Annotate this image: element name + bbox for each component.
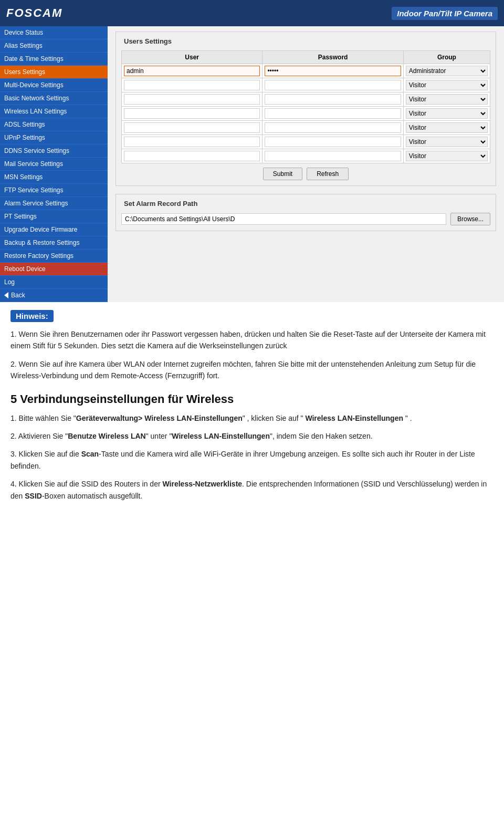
sidebar-item-datetime-settings[interactable]: Date & Time Settings xyxy=(0,53,108,66)
col-group: Group xyxy=(403,51,490,64)
sidebar-item-backup[interactable]: Backup & Restore Settings xyxy=(0,236,108,250)
group-select-5[interactable]: AdministratorVisitorOperator xyxy=(406,137,488,147)
table-row: AdministratorVisitorOperator xyxy=(122,121,490,135)
group-select-3[interactable]: AdministratorVisitorOperator xyxy=(406,108,488,119)
password-input-3[interactable] xyxy=(265,108,401,119)
alarm-path-input[interactable] xyxy=(121,213,446,225)
table-row: AdministratorVisitorOperator xyxy=(122,135,490,149)
sidebar-item-device-status[interactable]: Device Status xyxy=(0,26,108,39)
wireless-step-2: 2. Aktivieren Sie "Benutze Wireless LAN"… xyxy=(10,430,494,442)
sidebar-item-basic-network[interactable]: Basic Network Settings xyxy=(0,92,108,105)
sidebar-item-users-settings[interactable]: Users Settings xyxy=(0,66,108,79)
user-input-0[interactable] xyxy=(124,66,260,76)
table-row: AdministratorVisitorOperator xyxy=(122,64,490,78)
user-input-3[interactable] xyxy=(124,108,260,119)
table-row: AdministratorVisitorOperator xyxy=(122,92,490,107)
sidebar-item-alarm[interactable]: Alarm Service Settings xyxy=(0,197,108,210)
back-label: Back xyxy=(11,292,25,299)
hint-label: Hinweis: xyxy=(10,310,54,322)
users-settings-title: Users Settings xyxy=(121,37,490,45)
col-password: Password xyxy=(262,51,403,64)
back-arrow-icon xyxy=(4,292,8,298)
col-user: User xyxy=(122,51,262,64)
main-layout: Device Status Alias Settings Date & Time… xyxy=(0,26,504,302)
submit-button[interactable]: Submit xyxy=(263,168,302,180)
refresh-button[interactable]: Refresh xyxy=(307,168,349,180)
logo: FOSCAM xyxy=(6,6,62,20)
table-row: AdministratorVisitorOperator xyxy=(122,107,490,121)
form-buttons: Submit Refresh xyxy=(121,168,490,180)
sidebar-item-upnp[interactable]: UPnP Settings xyxy=(0,131,108,144)
group-select-4[interactable]: AdministratorVisitorOperator xyxy=(406,122,488,133)
sidebar-item-alias-settings[interactable]: Alias Settings xyxy=(0,39,108,53)
alarm-path-row: Browse... xyxy=(121,213,490,225)
group-select-0[interactable]: AdministratorVisitorOperator xyxy=(406,66,488,76)
user-input-5[interactable] xyxy=(124,137,260,147)
wireless-step-3: 3. Klicken Sie auf die Scan-Taste und di… xyxy=(10,448,494,472)
sidebar-item-restore-factory[interactable]: Restore Factory Settings xyxy=(0,250,108,263)
wireless-step-1: 1. Bitte wählen Sie "Geräteverwaltung> W… xyxy=(10,412,494,424)
sidebar-item-upgrade[interactable]: Upgrade Device Firmware xyxy=(0,223,108,236)
content-area: Users Settings User Password Group Admin… xyxy=(108,26,504,302)
table-row: AdministratorVisitorOperator xyxy=(122,149,490,163)
sidebar-item-log[interactable]: Log xyxy=(0,276,108,289)
users-table: User Password Group AdministratorVisitor… xyxy=(121,50,490,163)
wireless-step-4: 4. Klicken Sie auf die SSID des Routers … xyxy=(10,478,494,502)
sidebar-item-multi-device[interactable]: Multi-Device Settings xyxy=(0,79,108,92)
wireless-section-heading: 5 Verbindungseinstellungen für Wireless xyxy=(10,392,494,406)
password-input-0[interactable] xyxy=(265,66,401,76)
user-input-1[interactable] xyxy=(124,80,260,90)
sidebar-item-pt[interactable]: PT Settings xyxy=(0,210,108,223)
password-input-5[interactable] xyxy=(265,137,401,147)
user-input-6[interactable] xyxy=(124,151,260,161)
browse-button[interactable]: Browse... xyxy=(450,213,490,225)
sidebar-item-ddns[interactable]: DDNS Service Settings xyxy=(0,144,108,158)
group-select-2[interactable]: AdministratorVisitorOperator xyxy=(406,94,488,105)
alarm-record-title: Set Alarm Record Path xyxy=(121,200,490,208)
sidebar-item-adsl[interactable]: ADSL Settings xyxy=(0,118,108,131)
password-input-2[interactable] xyxy=(265,94,401,105)
sidebar: Device Status Alias Settings Date & Time… xyxy=(0,26,108,302)
hint-section: Hinweis: 1. Wenn Sie ihren Benutzernamen… xyxy=(0,302,504,516)
sidebar-item-mail[interactable]: Mail Service Settings xyxy=(0,158,108,171)
password-input-4[interactable] xyxy=(265,122,401,133)
camera-title: Indoor Pan/Tilt IP Camera xyxy=(392,7,498,20)
hint-paragraph-1: 1. Wenn Sie ihren Benutzernamen oder ihr… xyxy=(10,328,494,352)
table-row: AdministratorVisitorOperator xyxy=(122,78,490,92)
sidebar-item-wireless-lan[interactable]: Wireless LAN Settings xyxy=(0,105,108,118)
group-select-1[interactable]: AdministratorVisitorOperator xyxy=(406,80,488,90)
password-input-6[interactable] xyxy=(265,151,401,161)
user-input-4[interactable] xyxy=(124,122,260,133)
alarm-record-panel: Set Alarm Record Path Browse... xyxy=(116,194,496,231)
user-input-2[interactable] xyxy=(124,94,260,105)
header: FOSCAM Indoor Pan/Tilt IP Camera xyxy=(0,0,504,26)
password-input-1[interactable] xyxy=(265,80,401,90)
users-settings-panel: Users Settings User Password Group Admin… xyxy=(116,32,496,186)
sidebar-item-msn[interactable]: MSN Settings xyxy=(0,171,108,184)
sidebar-item-ftp[interactable]: FTP Service Settings xyxy=(0,184,108,197)
hint-paragraph-2: 2. Wenn Sie auf ihre Kamera über WLAN od… xyxy=(10,358,494,382)
sidebar-item-back[interactable]: Back xyxy=(0,289,108,302)
group-select-6[interactable]: AdministratorVisitorOperator xyxy=(406,151,488,161)
sidebar-item-reboot[interactable]: Reboot Device xyxy=(0,263,108,276)
